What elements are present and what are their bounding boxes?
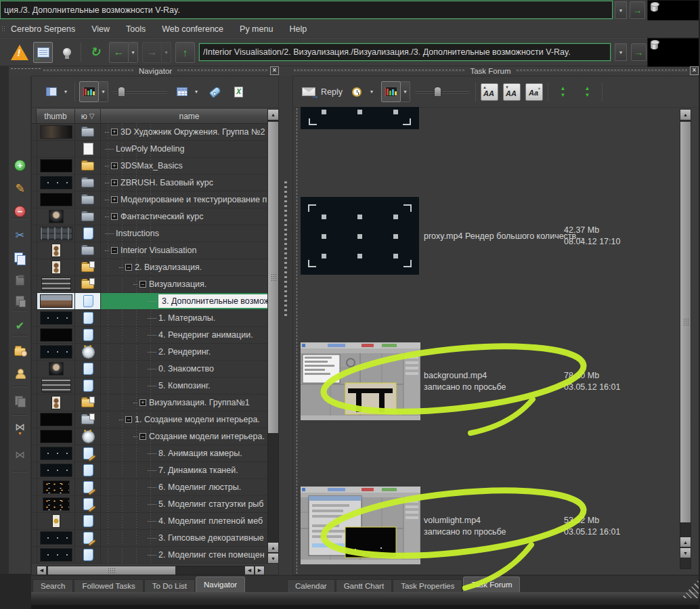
bulb-button[interactable] xyxy=(57,42,76,63)
tree-row[interactable]: −1. Создание модели интерьера. xyxy=(32,411,267,428)
shared-folder-button[interactable] xyxy=(11,341,29,360)
name-cell[interactable]: +Фантастический курс xyxy=(101,208,267,225)
tree-row[interactable]: 6. Моделинг люстры. xyxy=(32,479,267,496)
clock-dropdown-icon[interactable]: ▾ xyxy=(367,89,376,95)
add-button[interactable]: + xyxy=(11,156,29,175)
thumbnails-view-button[interactable]: ▾ xyxy=(79,81,108,102)
font-default-button[interactable] xyxy=(525,83,543,101)
cut-button[interactable]: ✂ xyxy=(11,226,29,245)
tab-gantt-chart[interactable]: Gantt Chart xyxy=(336,579,392,593)
tree-scroll-up2-icon[interactable]: ▲ xyxy=(267,542,279,553)
name-cell[interactable]: +Визуализация. Группа№1 xyxy=(101,394,267,411)
name-cell[interactable]: Instructions xyxy=(101,225,267,242)
expander-plus-icon[interactable]: + xyxy=(111,196,118,203)
navigation-go-button[interactable]: → xyxy=(631,43,647,61)
tab-calendar[interactable]: Calendar xyxy=(287,579,335,593)
collapse-messages-button[interactable] xyxy=(577,81,597,102)
task-forum-close-icon[interactable]: × xyxy=(690,66,699,75)
tags-button[interactable] xyxy=(205,81,225,102)
task-forum-panel-header[interactable]: Task Forum × xyxy=(294,66,699,76)
tab-to-do-list[interactable]: To Do List xyxy=(144,579,195,593)
tree-row[interactable]: 2. Моделинг стен помещен xyxy=(32,547,267,564)
column-header-name[interactable]: name xyxy=(101,109,278,123)
name-cell[interactable]: 0. Знакомство xyxy=(101,361,267,377)
task-window-button[interactable] xyxy=(33,42,53,63)
name-cell[interactable]: 3. Дополнительные возмож xyxy=(101,293,267,309)
name-cell[interactable]: 6. Моделинг люстры. xyxy=(101,479,267,495)
reply-button[interactable]: Reply xyxy=(299,81,343,102)
top-address-dropdown-button[interactable]: ▾ xyxy=(615,1,627,19)
tab-search[interactable]: Search xyxy=(32,579,73,593)
tree-row[interactable]: −Interior Visualisation xyxy=(32,242,267,259)
copy-button[interactable] xyxy=(11,248,29,267)
expander-minus-icon[interactable]: − xyxy=(139,281,146,288)
expander-plus-icon[interactable]: + xyxy=(111,129,118,135)
table-view-button[interactable]: ▾ xyxy=(172,81,201,102)
menu-item-web-conference[interactable]: Web conference xyxy=(162,24,223,34)
menu-item-view[interactable]: View xyxy=(91,24,110,34)
forum-scroll-down-icon[interactable]: ▼ xyxy=(680,547,691,558)
back-button[interactable]: ←▾ xyxy=(109,42,138,63)
expander-minus-icon[interactable]: − xyxy=(139,433,146,440)
panel-splitter[interactable] xyxy=(279,76,292,575)
tree-row[interactable]: +Фантастический курс xyxy=(32,208,267,225)
attachment-thumbnail[interactable] xyxy=(301,107,419,129)
attachment-thumbnail[interactable] xyxy=(301,342,420,420)
expander-minus-icon[interactable]: − xyxy=(125,416,132,423)
thumbnails-view-button[interactable]: ▾ xyxy=(381,81,410,102)
attachment-item[interactable]: background.mp4записано по просьбе78.10 M… xyxy=(293,342,680,420)
attachment-item[interactable]: proxy.mp4Рендер большого количеств...42.… xyxy=(293,197,680,275)
thumbnails-view-dropdown-icon[interactable]: ▾ xyxy=(401,81,410,102)
tree-row[interactable]: 4. Рендеринг анимации. xyxy=(32,327,267,344)
tree-row[interactable]: 1. Материалы. xyxy=(32,310,267,327)
edit-button[interactable]: ✎ xyxy=(11,179,29,198)
layout-dropdown-icon[interactable]: ▾ xyxy=(61,89,70,95)
navigator-close-icon[interactable]: × xyxy=(270,66,279,75)
tree-row[interactable]: 3. Дополнительные возмож xyxy=(32,293,267,310)
name-cell[interactable]: 7. Динамика тканей. xyxy=(101,462,267,478)
paste-special-button[interactable] xyxy=(11,291,29,310)
menu-item-help[interactable]: Help xyxy=(289,24,307,34)
forum-scroll-up2-icon[interactable]: ▲ xyxy=(680,537,691,547)
copy-pages-button[interactable] xyxy=(11,391,29,410)
tree-row[interactable]: +Моделирование и текстурирование п xyxy=(32,191,267,208)
tree-row[interactable]: −Визуализация. xyxy=(32,276,267,293)
navigation-address-input[interactable] xyxy=(199,43,611,61)
tree-hscroll-thumb[interactable] xyxy=(47,566,176,575)
name-cell[interactable]: +ZBRUSH. Базовый курс xyxy=(101,175,267,191)
zoom-slider[interactable] xyxy=(112,86,168,98)
name-cell[interactable]: 2. Рендеринг. xyxy=(101,344,267,360)
tree-row[interactable]: 3. Гипсовые декоративные xyxy=(32,530,267,547)
name-cell[interactable]: −2. Визуализация. xyxy=(101,259,267,275)
warning-button[interactable] xyxy=(9,42,29,63)
tree-row[interactable]: +3DSMax_Basics xyxy=(32,158,267,175)
name-cell[interactable]: 5. Композинг. xyxy=(101,378,267,394)
tree-row[interactable]: Instructions xyxy=(32,225,267,242)
tree-row[interactable]: +Визуализация. Группа№1 xyxy=(32,394,267,411)
menu-item-cerebro-serpens[interactable]: Cerebro Serpens xyxy=(11,24,75,34)
expand-messages-button[interactable] xyxy=(553,81,573,102)
expander-plus-icon[interactable]: + xyxy=(111,213,118,220)
tree-row[interactable]: −Создание модели интерьера. xyxy=(32,428,267,445)
name-cell[interactable]: 8. Анимация камеры. xyxy=(101,445,267,461)
tree-row[interactable]: 5. Композинг. xyxy=(32,378,267,394)
navigator-panel-header[interactable]: Navigator × xyxy=(43,66,279,76)
top-address-go-button[interactable]: → xyxy=(630,1,645,19)
export-excel-button[interactable] xyxy=(229,81,248,102)
expander-plus-icon[interactable]: + xyxy=(111,162,118,169)
expander-plus-icon[interactable]: + xyxy=(111,179,118,186)
tree-row[interactable]: 5. Моделинг статуэтки рыб xyxy=(32,496,267,513)
column-header-thumb[interactable]: thumb xyxy=(37,109,75,123)
slider-handle-icon[interactable] xyxy=(434,87,441,97)
name-cell[interactable]: 2. Моделинг стен помещен xyxy=(101,547,267,563)
apply-button[interactable]: ✔ xyxy=(11,317,29,336)
tree-row[interactable]: 8. Анимация камеры. xyxy=(32,445,267,462)
expander-minus-icon[interactable]: − xyxy=(111,247,118,254)
top-address-input[interactable] xyxy=(0,1,613,19)
name-cell[interactable]: 5. Моделинг статуэтки рыб xyxy=(101,496,267,512)
name-cell[interactable]: 4. Моделинг плетеной меб xyxy=(101,513,267,529)
zoom-slider[interactable] xyxy=(415,86,471,98)
table-view-dropdown-icon[interactable]: ▾ xyxy=(192,89,201,95)
font-decrease-button[interactable] xyxy=(503,83,521,101)
tree-row[interactable]: 2. Рендеринг. xyxy=(32,344,267,361)
